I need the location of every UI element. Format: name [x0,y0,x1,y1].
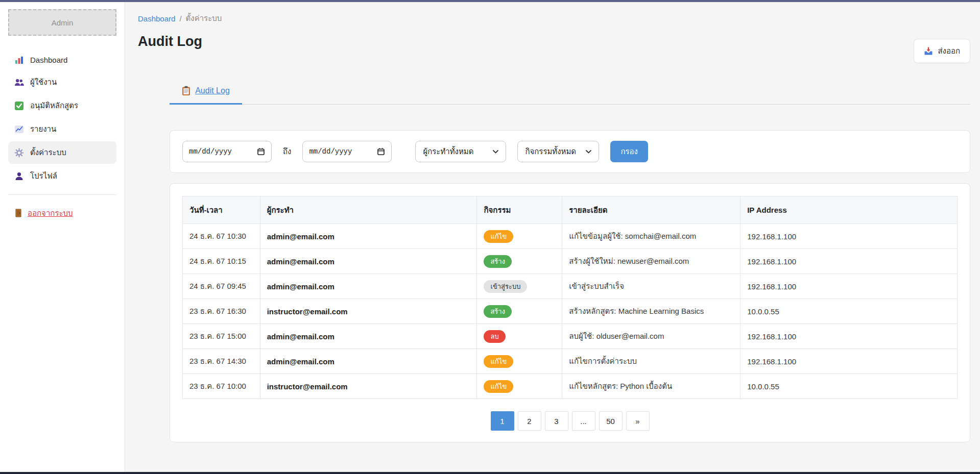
trend-chart-icon [14,124,24,134]
pagination-next[interactable]: » [626,411,650,431]
bar-chart-icon [14,55,24,65]
sidebar-item-label: อนุมัติหลักสูตร [30,99,78,112]
date-to-input[interactable]: mm/dd/yyyy [302,141,392,162]
activity-badge: สร้าง [484,305,512,318]
sidebar-item-profile[interactable]: โปรไฟล์ [8,165,116,187]
brand-placeholder: Admin [8,9,116,36]
audit-log-table: วันที่-เวลา ผู้กระทำ กิจกรรม รายละเอียด … [182,196,958,399]
cell-activity: สร้าง [477,249,562,274]
cell-activity: ลบ [477,324,562,349]
page-title: Audit Log [138,34,202,49]
cell-details: แก้ไขการตั้งค่าระบบ [562,349,740,374]
pagination-ellipsis[interactable]: ... [572,411,595,431]
table-row: 24 ธ.ค. 67 09:45 admin@email.com เข้าสู่… [183,274,958,299]
date-to-value: mm/dd/yyyy [309,147,352,156]
cell-actor: admin@email.com [260,249,477,274]
main-content: Dashboard / ตั้งค่าระบบ Audit Log ส่งออก [125,2,980,472]
cell-activity: แก้ไข [477,349,562,374]
chevron-down-icon [586,150,591,154]
table-header-row: วันที่-เวลา ผู้กระทำ กิจกรรม รายละเอียด … [183,196,958,224]
sidebar-nav: Dashboard ผู้ใช้งาน อนุมัติหลักสูตร รายง… [8,50,116,187]
pagination-page-3[interactable]: 3 [545,411,568,431]
breadcrumb-dashboard-link[interactable]: Dashboard [138,14,175,23]
cell-ip: 192.168.1.100 [740,249,958,274]
cell-datetime: 24 ธ.ค. 67 09:45 [183,274,260,299]
check-box-icon [14,101,24,111]
cell-activity: แก้ไข [477,224,562,249]
cell-actor: admin@email.com [260,349,477,374]
cell-datetime: 23 ธ.ค. 67 10:00 [183,374,260,399]
actor-select[interactable]: ผู้กระทำทั้งหมด [415,141,506,162]
table-row: 23 ธ.ค. 67 10:00 instructor@email.com แก… [183,374,958,399]
door-icon [14,208,22,219]
activity-badge: ลบ [484,330,505,343]
cell-ip: 192.168.1.100 [740,224,958,249]
export-button[interactable]: ส่งออก [914,39,970,63]
pagination: 1 2 3 ... 50 » [182,411,958,431]
cell-ip: 10.0.0.55 [740,374,958,399]
table-row: 24 ธ.ค. 67 10:30 admin@email.com แก้ไข แ… [183,224,958,249]
chevron-down-icon [493,150,498,154]
cell-actor: instructor@email.com [260,299,477,324]
cell-details: แก้ไขข้อมูลผู้ใช้: somchai@email.com [562,224,740,249]
cell-datetime: 23 ธ.ค. 67 16:30 [183,299,260,324]
sidebar-item-reports[interactable]: รายงาน [8,118,116,140]
breadcrumb: Dashboard / ตั้งค่าระบบ [138,12,970,24]
logout-link[interactable]: ออกจากระบบ [8,204,116,222]
brand-label: Admin [52,18,74,27]
sidebar-item-label: Dashboard [30,56,67,64]
filter-button[interactable]: กรอง [610,141,648,162]
audit-log-panel: วันที่-เวลา ผู้กระทำ กิจกรรม รายละเอียด … [170,183,970,442]
tab-audit-log[interactable]: Audit Log [170,82,242,105]
tab-bar: Audit Log [170,82,970,105]
cell-activity: สร้าง [477,299,562,324]
activity-badge: สร้าง [484,255,512,268]
activity-select-value: กิจกรรมทั้งหมด [525,145,576,158]
sidebar-item-users[interactable]: ผู้ใช้งาน [8,71,116,93]
table-row: 24 ธ.ค. 67 10:15 admin@email.com สร้าง ส… [183,249,958,274]
sidebar: Admin Dashboard ผู้ใช้งาน อนุมัติหลักสูต… [0,2,125,472]
sidebar-item-system-settings[interactable]: ตั้งค่าระบบ [8,141,116,164]
pagination-page-1[interactable]: 1 [491,411,514,431]
export-button-label: ส่งออก [938,45,960,57]
cell-ip: 192.168.1.100 [740,349,958,374]
pagination-page-2[interactable]: 2 [518,411,541,431]
cell-datetime: 24 ธ.ค. 67 10:30 [183,224,260,249]
tab-label: Audit Log [195,86,230,95]
logout-label: ออกจากระบบ [28,207,73,219]
breadcrumb-current: ตั้งค่าระบบ [186,12,222,24]
cell-datetime: 24 ธ.ค. 67 10:15 [183,249,260,274]
cell-ip: 10.0.0.55 [740,299,958,324]
sidebar-item-approve-courses[interactable]: อนุมัติหลักสูตร [8,94,116,117]
activity-badge: แก้ไข [484,355,513,368]
sidebar-item-label: โปรไฟล์ [30,170,57,182]
cell-actor: admin@email.com [260,274,477,299]
date-from-value: mm/dd/yyyy [189,147,232,156]
users-icon [14,78,24,87]
window-bottom-strip [0,472,980,474]
activity-select[interactable]: กิจกรรมทั้งหมด [517,141,599,162]
column-header-datetime: วันที่-เวลา [183,196,260,224]
cell-details: สร้างผู้ใช้ใหม่: newuser@email.com [562,249,740,274]
date-from-input[interactable]: mm/dd/yyyy [182,141,272,162]
person-icon [14,171,24,181]
cell-ip: 192.168.1.100 [740,324,958,349]
cell-activity: เข้าสู่ระบบ [477,274,562,299]
cell-details: ลบผู้ใช้: olduser@email.com [562,324,740,349]
filter-panel: mm/dd/yyyy ถึง mm/dd/yyyy ผู้กระทำทั้งหม… [170,130,970,173]
table-row: 23 ธ.ค. 67 15:00 admin@email.com ลบ ลบผู… [183,324,958,349]
cell-actor: admin@email.com [260,224,477,249]
pagination-page-50[interactable]: 50 [599,411,623,431]
cell-details: แก้ไขหลักสูตร: Python เบื้องต้น [562,374,740,399]
column-header-actor: ผู้กระทำ [260,196,477,224]
table-row: 23 ธ.ค. 67 16:30 instructor@email.com สร… [183,299,958,324]
cell-ip: 192.168.1.100 [740,274,958,299]
sidebar-item-dashboard[interactable]: Dashboard [8,50,116,70]
column-header-ip: IP Address [740,196,958,224]
export-icon [924,46,933,56]
activity-badge: แก้ไข [484,230,513,243]
calendar-icon [377,147,385,156]
clipboard-icon [182,86,190,96]
sidebar-item-label: ตั้งค่าระบบ [30,146,66,159]
cell-activity: แก้ไข [477,374,562,399]
